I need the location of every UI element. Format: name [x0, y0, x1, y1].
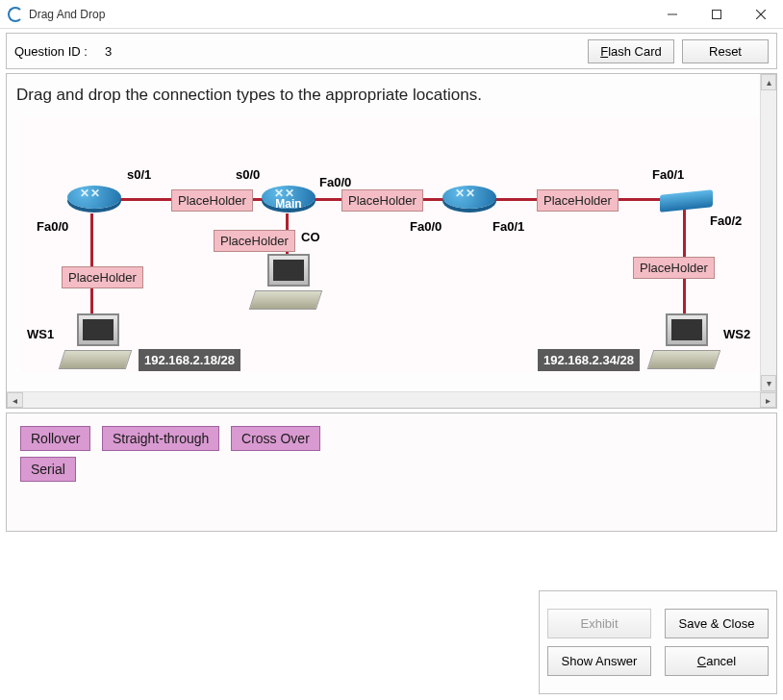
port-label: Fa0/0: [319, 175, 351, 189]
app-icon: [8, 7, 23, 22]
router-1: ✕ ✕: [67, 178, 121, 216]
svg-line-3: [756, 10, 766, 19]
port-label: Fa0/1: [652, 167, 684, 182]
switch-1: [660, 192, 713, 216]
drag-item-cross-over[interactable]: Cross Over: [231, 426, 320, 451]
port-label: s0/1: [127, 167, 151, 182]
router-main-label: Main: [262, 197, 316, 211]
instruction-text: Drag and drop the connection types to th…: [16, 86, 482, 105]
drop-target-5[interactable]: PlaceHolder: [62, 266, 143, 288]
port-label: s0/0: [236, 167, 260, 182]
ws2-ip: 192.168.2.34/28: [538, 349, 640, 371]
svg-rect-1: [713, 10, 721, 18]
router-main: ✕ ✕ Main: [262, 178, 316, 216]
router-3: ✕ ✕: [442, 178, 496, 216]
drop-target-2[interactable]: PlaceHolder: [341, 189, 423, 212]
question-id-label: Question ID :: [14, 44, 88, 59]
drag-item-serial[interactable]: Serial: [20, 457, 76, 482]
port-label: Fa0/1: [493, 219, 524, 234]
drop-target-6[interactable]: PlaceHolder: [633, 257, 715, 279]
window-title: Drag And Drop: [29, 8, 650, 21]
ws2-label: WS2: [723, 327, 750, 341]
port-label: Fa0/2: [710, 213, 742, 228]
answers-panel: Rollover Straight-through Cross Over Ser…: [6, 412, 777, 532]
scroll-track[interactable]: [761, 90, 776, 375]
drop-target-3[interactable]: PlaceHolder: [537, 189, 619, 212]
reset-button[interactable]: Reset: [682, 39, 769, 63]
port-label: Fa0/0: [410, 219, 442, 234]
ws1-ip: 192.168.2.18/28: [139, 349, 240, 371]
drop-target-1[interactable]: PlaceHolder: [171, 189, 253, 212]
close-button[interactable]: [739, 0, 783, 28]
svg-line-2: [756, 10, 766, 19]
toolbar: Question ID : 3 Flash Card Reset: [6, 33, 777, 69]
drag-item-rollover[interactable]: Rollover: [20, 426, 90, 451]
scroll-down-icon[interactable]: ▾: [761, 375, 776, 391]
ws1-label: WS1: [27, 327, 54, 341]
drop-target-4[interactable]: PlaceHolder: [214, 230, 295, 252]
scroll-track[interactable]: [23, 392, 760, 408]
title-bar: Drag And Drop: [0, 0, 783, 29]
cancel-button[interactable]: Cancel: [665, 646, 769, 676]
network-diagram: ✕ ✕ ✕ ✕ Main ✕ ✕ s0/1: [21, 117, 757, 372]
port-label: Fa0/0: [37, 219, 68, 234]
exhibit-button: Exhibit: [547, 609, 651, 638]
action-panel: Exhibit Save & Close Show Answer Cancel: [539, 590, 777, 694]
window-controls: [650, 0, 783, 28]
save-close-button[interactable]: Save & Close: [665, 609, 769, 638]
scroll-right-icon[interactable]: ▸: [760, 392, 776, 408]
flash-card-button[interactable]: Flash Card: [588, 39, 674, 63]
scroll-left-icon[interactable]: ◂: [7, 392, 23, 408]
console-pc: [252, 254, 319, 313]
diagram-panel: ▴ ▾ Drag and drop the connection types t…: [6, 73, 777, 409]
question-id-value: 3: [105, 44, 112, 59]
maximize-button[interactable]: [695, 0, 739, 28]
vertical-scrollbar[interactable]: ▴ ▾: [760, 74, 776, 391]
workstation-2: [650, 313, 718, 373]
horizontal-scrollbar[interactable]: ◂ ▸: [7, 391, 776, 408]
show-answer-button[interactable]: Show Answer: [547, 646, 651, 676]
workstation-1: [62, 313, 129, 373]
port-label: CO: [301, 230, 320, 244]
drag-item-straight-through[interactable]: Straight-through: [102, 426, 219, 451]
scroll-up-icon[interactable]: ▴: [761, 74, 776, 90]
minimize-button[interactable]: [650, 0, 695, 28]
